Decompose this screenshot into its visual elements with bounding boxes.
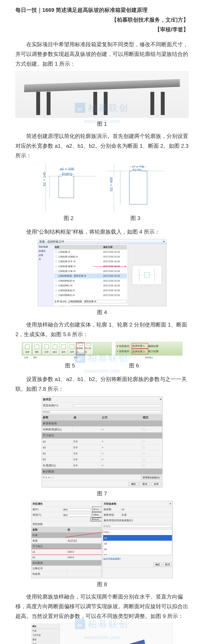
list-item[interactable]: b1 [103, 546, 172, 552]
load-profile-button[interactable]: 载入轮廓 [148, 349, 162, 354]
rb-sweep[interactable]: 放样 [68, 343, 76, 354]
dlg8-right-title: 关联族参数 [102, 501, 168, 506]
file-row[interactable]: 📄 公制轮廓-扶手.rft2017/1/30 15:26 [54, 259, 127, 264]
solid-geometry-icon [74, 640, 148, 644]
file-row[interactable]: 📄 公制详图构件.rft2017/1/30 15:26 [54, 293, 127, 298]
file-type-input[interactable] [71, 306, 127, 306]
param-row[interactable]: b20.0= [42, 456, 162, 462]
file-row[interactable]: 📄 公制结构框架 - 梁和支撑.rft2017/1/30 15:26 [54, 274, 127, 278]
caption-1: 图 1 [15, 119, 189, 129]
dup-button[interactable]: 复制(D)... [92, 512, 102, 518]
rb-select[interactable]: 选择 [23, 343, 31, 354]
paragraph-4: 使用放样融合方式创建实体，轮廓 1、轮廓 2 分别使用断面 1、断面 2，生成实… [15, 320, 189, 339]
search-input[interactable] [103, 525, 172, 528]
file-row[interactable]: 📄 公制结构基础.rft2017/1/30 15:26 [54, 288, 127, 293]
select-profile-1-button[interactable]: 选择轮廓 1 [132, 343, 148, 348]
title-line-1: 每日一技｜1669 简述满足超高纵坡的标准箱梁创建原理 [15, 5, 189, 15]
rb-sweep-blend[interactable]: 放样融合 [76, 343, 85, 354]
paragraph-3: 使用“公制结构框架”样板，将轮廓族载入，如图 4 所示： [15, 227, 189, 237]
param-row[interactable]: a20.0= [42, 444, 162, 450]
nav-item[interactable]: 收藏夹 [39, 249, 52, 253]
param-row[interactable]: b10.0= [42, 450, 162, 456]
dim-b2: b2 = 400 [108, 177, 114, 192]
ok-button[interactable]: 确定 [153, 562, 162, 566]
param-row[interactable]: 角度无(正交) [31, 538, 102, 544]
file-name-input[interactable] [68, 300, 127, 303]
draw-path-button[interactable]: ✕绘制路径 [116, 344, 131, 348]
col-val: 值 [73, 414, 101, 420]
select-profile-2-button[interactable]: 选择轮廓 2 [132, 349, 148, 354]
cancel-button[interactable]: 取消 [163, 562, 172, 566]
list-item[interactable]: a1 [103, 535, 172, 541]
param-row[interactable]: 结构材质(默认)= [42, 426, 162, 432]
rb-revolve[interactable]: 旋转 [59, 343, 68, 354]
nav-item[interactable]: 我的电脑 [39, 245, 52, 249]
search-input[interactable] [43, 410, 161, 413]
dlg7-title: 族类型 [42, 396, 159, 402]
type-select[interactable] [63, 514, 91, 516]
param-row[interactable]: 型号 [31, 577, 102, 578]
param-row[interactable]: 长度(默认)0.0= [42, 462, 162, 468]
file-row[interactable]: 📄 公制轮廓-主体.rft2017/1/30 15:26 [54, 269, 127, 274]
rb-extrude[interactable]: 拉伸 [42, 343, 51, 354]
file-row[interactable]: 📄 公制结构桁架.rft2017/1/30 15:26 [54, 278, 127, 283]
file-row[interactable]: 📄 公制轮廓.rft2017/1/30 15:26 [54, 250, 127, 254]
caption-7: 图 7 [15, 489, 189, 498]
help-link[interactable]: 如何关联族参数? [103, 558, 121, 560]
type-name-label: 类型名称(Y): [42, 402, 73, 408]
list-item[interactable]: <无> [103, 529, 172, 535]
rb-void[interactable]: 空心形状 [85, 343, 93, 354]
col-param: 参数 [31, 527, 67, 532]
lock-checkbox[interactable] [143, 429, 144, 430]
schematic-1: a1 = 100 EQEQ b1 = 140 [40, 163, 97, 212]
caption-3: 图 3 [130, 213, 140, 223]
param-listbox[interactable]: <无>a1a2b1b2 [103, 529, 172, 555]
list-item[interactable]: b2 [103, 552, 172, 555]
prop-row[interactable]: 可见 [32, 642, 59, 644]
paragraph-5: 设置族参数 a1、a2、b1、b2。分别将断面轮廓族的参数与之一一关联。如图 7… [15, 374, 189, 394]
panel-lbl-swap: 放样融合 [115, 356, 182, 360]
title-line-2: 【柏慕联创技术服务，文/幻方】 [15, 15, 189, 25]
close-icon[interactable]: ✕ [163, 239, 165, 244]
ribbon-panel-5: 选择 属性 拉伸 融合 旋转 放样 放样融合 空心形状 选择 属性 形状 [22, 342, 112, 360]
nav-item[interactable]: 桌面 [39, 253, 52, 257]
manage-table-button[interactable]: 管理查找表格(G) [141, 476, 161, 480]
param-row[interactable]: a10.0= [42, 438, 162, 444]
rb-blend[interactable]: 融合 [51, 343, 59, 354]
prop-row[interactable]: 图形 [32, 638, 59, 642]
param-row[interactable]: b1140.0 [31, 554, 102, 560]
rlist-label: 兼容类型的现有族参数(E): [102, 518, 173, 523]
prop-row[interactable]: 约束 [32, 629, 59, 633]
edit-profile-button[interactable]: 编辑轮廓 [148, 344, 162, 348]
rb-prop[interactable]: 属性 [33, 343, 41, 354]
figure-4: 新建 - 选择样板文件 ✕ 我的电脑 收藏夹 桌面 库 名称修改日期 📄 公制轮… [15, 239, 189, 306]
rt-label: 参数类型: [102, 512, 120, 518]
nav-item[interactable]: 库 [39, 257, 52, 261]
load-button[interactable]: 载入(L)... [92, 506, 102, 512]
param-row[interactable]: 注释记号 [31, 566, 102, 571]
apply-button[interactable]: 应用 [151, 482, 161, 486]
list-item[interactable]: a2 [103, 541, 172, 546]
grp-id: 标识数据 [31, 560, 102, 566]
pick-path-button[interactable]: ✓拾取路径 [116, 349, 131, 354]
article-header: 每日一技｜1669 简述满足超高纵坡的标准箱梁创建原理 【柏慕联创技术服务，文/… [15, 5, 189, 34]
close-icon[interactable]: ✕ [159, 396, 162, 402]
type-name-input[interactable] [74, 404, 161, 407]
close-icon[interactable]: ✕ [168, 501, 173, 506]
figure-9: 属性 约束工作平面图形可见可见性/图...材质和装饰材质标识数据子类别实心/空心… [15, 624, 189, 644]
param-row[interactable]: a1100.0 [31, 549, 102, 554]
family-label: 族(F): [31, 506, 62, 512]
file-row[interactable]: 📄 公制结构柱.rft2017/1/30 15:26 [54, 283, 127, 288]
figure-8: 类型属性 族(F):载入(L)... 类型(T):复制(D)... 重命名(R)… [15, 501, 189, 578]
ok-button[interactable]: 确定 [128, 482, 139, 486]
family-select[interactable] [63, 508, 91, 511]
param-row[interactable]: 制造商 [31, 571, 102, 577]
cancel-button[interactable]: 取消 [140, 482, 150, 486]
caption-2: 图 2 [64, 213, 74, 223]
prop-row[interactable]: 工作平面 [32, 633, 59, 638]
file-row[interactable]: 📄 公制轮廓-分隔缝.rft2017/1/30 15:26 [54, 254, 127, 259]
panel-lbl-form: 形状 [40, 356, 112, 360]
col-val: 值 [66, 527, 102, 532]
rename-button[interactable]: 重命名(R)... [90, 518, 102, 521]
group-3: 标识数据 [42, 468, 162, 474]
